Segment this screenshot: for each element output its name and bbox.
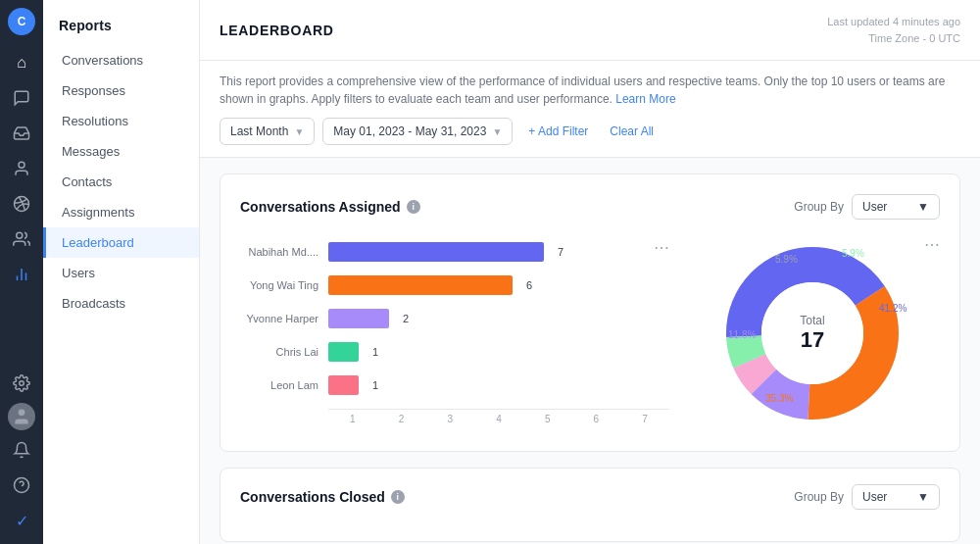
chat-icon[interactable] (6, 82, 37, 114)
date-arrow-icon: ▼ (492, 126, 502, 137)
profile-avatar[interactable] (8, 403, 35, 430)
donut-total-label: Total (800, 314, 824, 327)
sidebar-item-conversations[interactable]: Conversations (43, 45, 199, 75)
sidebar-item-label: Conversations (62, 53, 143, 68)
analytics-icon[interactable] (6, 259, 37, 290)
page-header: LEADERBOARD Last updated 4 minutes ago T… (200, 0, 980, 61)
svg-text:35.3%: 35.3% (765, 393, 793, 404)
sidebar-item-label: Responses (62, 83, 125, 98)
period-select[interactable]: Last Month ▼ (220, 118, 315, 145)
group-by-arrow-closed-icon: ▼ (917, 490, 929, 504)
svg-point-7 (19, 410, 25, 417)
reports-icon[interactable] (6, 188, 37, 220)
user-avatar-rail[interactable]: C (8, 8, 35, 35)
bar-container: 6 (328, 275, 669, 295)
filters-description: This report provides a comprehensive vie… (220, 73, 960, 108)
bar-chart: ⋯ Nabihah Md.... 7 Yong Wai Ting 6 (240, 242, 669, 424)
group-by-label: Group By (794, 200, 844, 214)
bar-label: Yvonne Harper (240, 313, 328, 324)
sidebar-item-users[interactable]: Users (43, 258, 199, 288)
bar-label: Chris Lai (240, 346, 328, 358)
sidebar-item-label: Broadcasts (62, 296, 125, 311)
bar-row: Yvonne Harper 2 (240, 309, 669, 328)
donut-svg: 41.2% 35.3% 11.8% 5.9% 5.9% Total 17 (714, 235, 910, 431)
period-arrow-icon: ▼ (294, 126, 304, 137)
bar-container: 2 (328, 309, 669, 328)
clear-all-button[interactable]: Clear All (604, 119, 660, 144)
filters-bar: This report provides a comprehensive vie… (200, 61, 980, 158)
home-icon[interactable]: ⌂ (6, 47, 37, 78)
bar-row: Nabihah Md.... 7 (240, 242, 669, 262)
bar-value: 1 (372, 346, 378, 358)
card-header: Conversations Assigned i Group By User ▼ (240, 194, 940, 220)
check-icon[interactable]: ✓ (6, 505, 37, 536)
x-axis-labels: 1 2 3 4 5 6 7 (240, 414, 669, 424)
sidebar-item-leaderboard[interactable]: Leaderboard (43, 227, 199, 258)
bar-value: 6 (526, 279, 532, 291)
bar-row: Yong Wai Ting 6 (240, 275, 669, 295)
svg-text:11.8%: 11.8% (728, 329, 756, 340)
sidebar-item-responses[interactable]: Responses (43, 75, 199, 106)
filters-row: Last Month ▼ May 01, 2023 - May 31, 2023… (220, 118, 960, 145)
info-icon-closed[interactable]: i (391, 490, 405, 504)
svg-point-6 (20, 381, 24, 386)
sidebar-title: Reports (43, 12, 199, 45)
svg-point-2 (17, 232, 23, 238)
contacts-icon[interactable] (6, 153, 37, 184)
help-icon[interactable] (6, 470, 37, 501)
bar (328, 242, 544, 262)
group-by-row: Group By User ▼ (794, 194, 940, 220)
svg-text:5.9%: 5.9% (842, 248, 864, 259)
conversations-assigned-card: Conversations Assigned i Group By User ▼… (220, 173, 960, 452)
bar-value: 2 (403, 313, 409, 324)
date-range-select[interactable]: May 01, 2023 - May 31, 2023 ▼ (322, 118, 513, 145)
settings-icon[interactable] (6, 368, 37, 399)
sidebar-item-label: Assignments (62, 205, 134, 220)
donut-total-value: 17 (800, 327, 824, 353)
bar-label: Yong Wai Ting (240, 279, 328, 291)
card-title: Conversations Assigned (240, 199, 401, 215)
last-updated: Last updated 4 minutes ago (827, 14, 960, 30)
conversations-closed-card: Conversations Closed i Group By User ▼ (220, 468, 960, 542)
learn-more-link[interactable]: Learn More (615, 92, 675, 106)
group-by-row-closed: Group By User ▼ (794, 484, 940, 510)
sidebar-item-messages[interactable]: Messages (43, 136, 199, 167)
main-content: LEADERBOARD Last updated 4 minutes ago T… (200, 0, 980, 544)
sidebar-item-resolutions[interactable]: Resolutions (43, 106, 199, 136)
users-group-icon[interactable] (6, 223, 37, 255)
sidebar-item-contacts[interactable]: Contacts (43, 167, 199, 197)
svg-point-0 (19, 162, 24, 168)
sidebar-item-label: Users (62, 266, 95, 280)
period-value: Last Month (230, 124, 288, 138)
bar-container: 7 (328, 242, 669, 262)
sidebar-item-label: Resolutions (62, 114, 128, 128)
group-by-select-closed[interactable]: User ▼ (852, 484, 940, 510)
add-filter-button[interactable]: + Add Filter (520, 119, 596, 144)
bar-value: 1 (372, 379, 378, 391)
group-by-value: User (862, 200, 887, 214)
bar (328, 342, 359, 362)
info-icon[interactable]: i (407, 200, 420, 214)
bar-label: Leon Lam (240, 379, 328, 391)
chart-area: ⋯ Nabihah Md.... 7 Yong Wai Ting 6 (240, 235, 940, 431)
sidebar-item-label: Leaderboard (62, 235, 134, 250)
bar-more-icon[interactable]: ⋯ (654, 238, 669, 257)
inbox-icon[interactable] (6, 118, 37, 149)
group-by-select[interactable]: User ▼ (852, 194, 940, 220)
sidebar-item-label: Messages (62, 144, 120, 159)
sidebar-item-broadcasts[interactable]: Broadcasts (43, 288, 199, 319)
notifications-icon[interactable] (6, 434, 37, 466)
group-by-label-closed: Group By (794, 490, 844, 504)
header-meta: Last updated 4 minutes ago Time Zone - 0… (827, 14, 960, 46)
sidebar-item-assignments[interactable]: Assignments (43, 197, 199, 227)
bar-row: Chris Lai 1 (240, 342, 669, 362)
card-title-row: Conversations Assigned i (240, 199, 420, 215)
donut-more-icon[interactable]: ⋯ (924, 235, 940, 254)
svg-text:41.2%: 41.2% (879, 303, 906, 314)
donut-center: Total 17 (800, 314, 824, 353)
bar (328, 375, 359, 395)
group-by-arrow-icon: ▼ (917, 200, 929, 214)
timezone: Time Zone - 0 UTC (827, 30, 960, 47)
bar-value: 7 (558, 246, 564, 258)
page-title: LEADERBOARD (220, 23, 334, 38)
